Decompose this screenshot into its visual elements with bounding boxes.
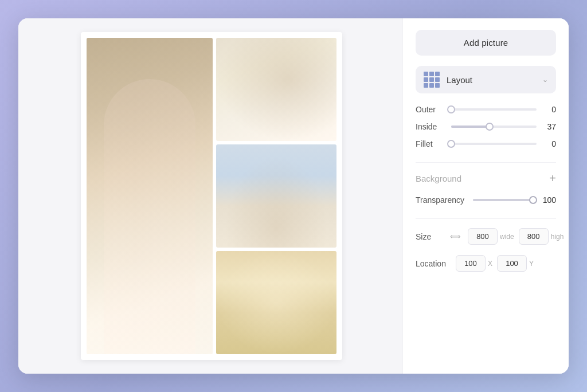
inside-slider-track[interactable] — [451, 126, 537, 128]
divider-1 — [416, 162, 556, 163]
photo-main — [87, 38, 213, 354]
location-x-unit: X — [488, 260, 492, 268]
fillet-label: Fillet — [416, 139, 445, 148]
background-add-icon[interactable]: + — [549, 172, 556, 185]
outer-label: Outer — [416, 105, 445, 114]
location-x-input[interactable] — [456, 255, 486, 272]
size-label: Size — [416, 232, 445, 241]
fillet-value: 0 — [542, 139, 556, 148]
size-width-group: wide — [468, 228, 514, 245]
chevron-down-icon: ⌄ — [542, 76, 548, 84]
inside-value: 37 — [542, 122, 556, 131]
layout-label: Layout — [447, 75, 535, 85]
size-width-unit: wide — [500, 233, 514, 241]
transparency-value: 100 — [539, 195, 556, 205]
canvas-area — [18, 18, 402, 374]
size-link-icon[interactable]: ⟺ — [450, 232, 461, 241]
photo-bottom-right — [216, 251, 336, 354]
location-y-group: Y — [497, 255, 534, 272]
app-container: Add picture Layout ⌄ Outer — [18, 18, 569, 374]
transparency-slider[interactable] — [473, 199, 533, 201]
layout-row[interactable]: Layout ⌄ — [416, 66, 556, 93]
size-row: Size ⟺ wide high — [416, 228, 556, 245]
transparency-row: Transparency 100 — [416, 195, 556, 205]
background-label: Background — [416, 174, 461, 183]
transparency-label: Transparency — [416, 195, 467, 205]
outer-slider-track[interactable] — [451, 108, 537, 111]
spacing-sliders: Outer 0 Inside 37 Fillet — [416, 105, 556, 148]
location-y-input[interactable] — [497, 255, 527, 272]
background-row: Background + — [416, 172, 556, 185]
size-height-group: high — [519, 228, 564, 245]
location-y-unit: Y — [529, 260, 534, 268]
size-width-input[interactable] — [468, 228, 498, 245]
location-label: Location — [416, 259, 451, 268]
size-height-input[interactable] — [519, 228, 549, 245]
fillet-slider-row: Fillet 0 — [416, 139, 556, 148]
outer-value: 0 — [542, 105, 556, 114]
outer-slider-row: Outer 0 — [416, 105, 556, 114]
divider-2 — [416, 218, 556, 219]
size-height-unit: high — [551, 233, 564, 241]
inside-slider-row: Inside 37 — [416, 122, 556, 131]
inside-label: Inside — [416, 122, 445, 131]
photo-mid-right — [216, 144, 336, 248]
photo-grid — [81, 32, 342, 360]
location-row: Location X Y — [416, 255, 556, 272]
fillet-slider-track[interactable] — [451, 143, 537, 145]
photo-top-right — [216, 38, 336, 141]
location-x-group: X — [456, 255, 492, 272]
layout-grid-icon — [424, 72, 440, 88]
add-picture-button[interactable]: Add picture — [416, 30, 556, 56]
right-panel: Add picture Layout ⌄ Outer — [402, 18, 569, 374]
